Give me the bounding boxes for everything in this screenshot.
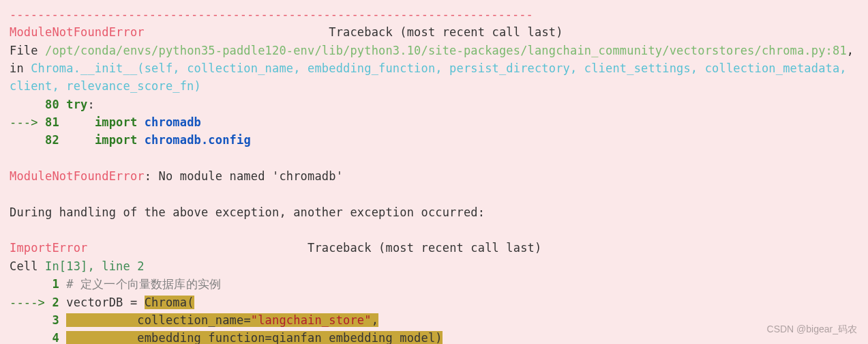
code-line-3: 3 collection_name="langchain_store", — [10, 311, 858, 329]
during-handling: During handling of the above exception, … — [10, 203, 858, 221]
line-number: 2 — [52, 296, 59, 309]
line-number: 81 — [45, 115, 59, 129]
string-literal: "langchain_store" — [251, 313, 372, 327]
code-line-1: 1 # 定义一个向量数据库的实例 — [10, 275, 858, 293]
error-header-1: ModuleNotFoundError Traceback (most rece… — [10, 23, 858, 41]
code-line-82: 82 import chromadb.config — [10, 131, 858, 149]
traceback-label: Traceback (most recent call last) — [329, 25, 563, 39]
error-type: ModuleNotFoundError — [10, 25, 145, 39]
arrow-icon: ---> — [10, 115, 45, 129]
code-line-4: 4 embedding_function=qianfan_embedding_m… — [10, 329, 858, 344]
code-line-2: ----> 2 vectorDB = Chroma( — [10, 293, 858, 311]
module-name: chromadb — [145, 115, 201, 129]
line-number: 1 — [52, 277, 59, 291]
line-number: 80 — [45, 98, 59, 111]
dash-sep: ----------------------------------------… — [10, 8, 533, 21]
comment-text: # 定义一个向量数据库的实例 — [66, 277, 221, 291]
line-number: 82 — [45, 133, 59, 147]
arrow-icon: ----> — [10, 296, 52, 309]
module-name: chromadb.config — [145, 133, 251, 147]
line-number: 3 — [52, 313, 59, 327]
file-line: File /opt/conda/envs/python35-paddle120-… — [10, 42, 858, 96]
file-path: /opt/conda/envs/python35-paddle120-env/l… — [45, 44, 847, 57]
error-header-2: ImportError Traceback (most recent call … — [10, 239, 858, 257]
cell-reference: In[13], line 2 — [45, 259, 145, 273]
watermark-text: CSDN @bigear_码农 — [767, 322, 857, 337]
code-line-81: ---> 81 import chromadb — [10, 113, 858, 131]
func-signature: Chroma.__init__(self, collection_name, e… — [10, 61, 854, 93]
line-number: 4 — [52, 331, 59, 344]
error-message-1: ModuleNotFoundError: No module named 'ch… — [10, 167, 858, 185]
traceback-label: Traceback (most recent call last) — [308, 241, 541, 255]
error-type: ImportError — [10, 241, 87, 255]
code-line-80: 80 try: — [10, 96, 858, 113]
separator-line: ----------------------------------------… — [10, 5, 858, 23]
cell-line: Cell In[13], line 2 — [10, 257, 858, 275]
